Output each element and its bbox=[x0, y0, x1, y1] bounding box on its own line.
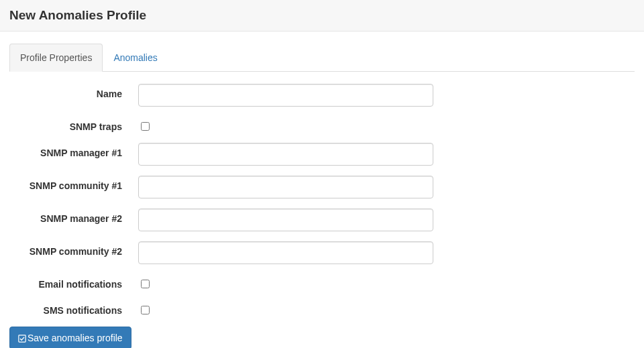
page-header: New Anomalies Profile bbox=[0, 0, 644, 32]
snmp-community-1-input[interactable] bbox=[138, 176, 433, 198]
label-sms-notif: SMS notifications bbox=[9, 300, 130, 316]
label-email-notif: Email notifications bbox=[9, 274, 130, 290]
email-notifications-checkbox[interactable] bbox=[141, 280, 150, 288]
snmp-traps-checkbox[interactable] bbox=[141, 122, 150, 131]
label-snmp-comm-1: SNMP community #1 bbox=[9, 176, 130, 191]
snmp-manager-1-input[interactable] bbox=[138, 143, 433, 166]
form-group-snmp-comm-2: SNMP community #2 bbox=[9, 241, 635, 264]
form-group-email-notif: Email notifications bbox=[9, 274, 635, 290]
snmp-manager-2-input[interactable] bbox=[138, 209, 433, 231]
name-input[interactable] bbox=[138, 84, 433, 107]
save-button[interactable]: Save anomalies profile bbox=[9, 327, 131, 348]
label-snmp-mgr-2: SNMP manager #2 bbox=[9, 209, 130, 224]
page-title: New Anomalies Profile bbox=[9, 8, 635, 23]
check-square-icon bbox=[18, 335, 26, 343]
label-snmp-comm-2: SNMP community #2 bbox=[9, 241, 130, 257]
tab-anomalies[interactable]: Anomalies bbox=[103, 44, 168, 72]
label-name: Name bbox=[9, 84, 130, 99]
tab-profile-properties-link[interactable]: Profile Properties bbox=[9, 44, 103, 72]
form-group-snmp-comm-1: SNMP community #1 bbox=[9, 176, 635, 198]
svg-rect-0 bbox=[19, 335, 25, 342]
form-group-snmp-mgr-1: SNMP manager #1 bbox=[9, 143, 635, 166]
form-group-snmp-traps: SNMP traps bbox=[9, 117, 635, 133]
tab-anomalies-link[interactable]: Anomalies bbox=[103, 44, 168, 72]
tab-pane-properties: Name SNMP traps SNMP manager #1 SNMP com… bbox=[9, 72, 635, 348]
form-group-snmp-mgr-2: SNMP manager #2 bbox=[9, 209, 635, 231]
label-snmp-traps: SNMP traps bbox=[9, 117, 130, 132]
save-button-label: Save anomalies profile bbox=[28, 333, 123, 343]
content-area: Profile Properties Anomalies Name SNMP t… bbox=[0, 32, 644, 348]
tab-list: Profile Properties Anomalies bbox=[9, 44, 635, 72]
form-group-sms-notif: SMS notifications bbox=[9, 300, 635, 316]
tab-profile-properties[interactable]: Profile Properties bbox=[9, 44, 103, 72]
form-group-name: Name bbox=[9, 84, 635, 107]
label-snmp-mgr-1: SNMP manager #1 bbox=[9, 143, 130, 158]
snmp-community-2-input[interactable] bbox=[138, 241, 433, 264]
sms-notifications-checkbox[interactable] bbox=[141, 306, 150, 314]
